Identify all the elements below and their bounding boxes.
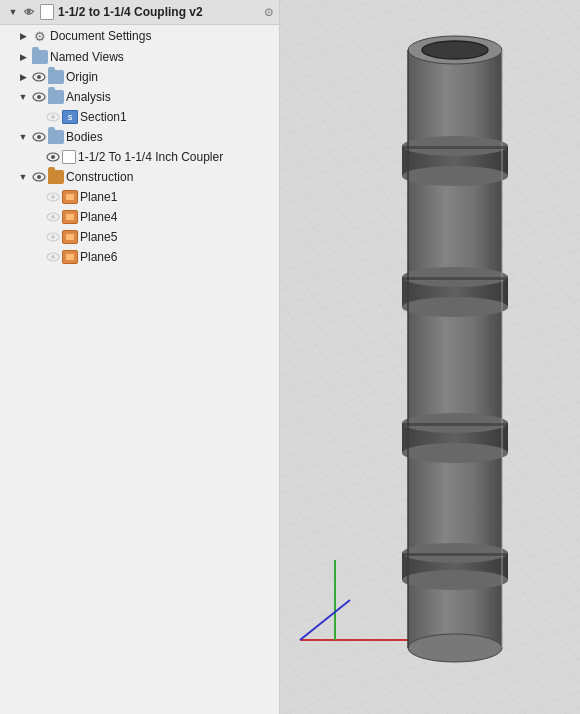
origin-label: Origin: [66, 70, 98, 84]
origin-folder-icon: [48, 70, 64, 84]
svg-rect-25: [408, 50, 502, 150]
expand-named-views[interactable]: ▶: [16, 50, 30, 64]
eye-icon-analysis[interactable]: [32, 92, 46, 102]
root-label: 1-1/2 to 1-1/4 Coupling v2: [58, 5, 203, 19]
eye-icon-plane5[interactable]: [46, 232, 60, 242]
eye-icon-construction[interactable]: [32, 172, 46, 182]
svg-rect-49: [402, 423, 508, 426]
eye-icon-section1[interactable]: [46, 112, 60, 122]
root-expand-btn[interactable]: ▼: [6, 5, 20, 19]
named-views-folder-icon: [32, 50, 48, 64]
eye-icon-body1[interactable]: [46, 152, 60, 162]
eye-icon-bodies[interactable]: [32, 132, 46, 142]
tree-item-plane5[interactable]: ▶ Plane5: [0, 227, 279, 247]
eye-icon-plane4[interactable]: [46, 212, 60, 222]
plane1-label: Plane1: [80, 190, 117, 204]
expand-construction[interactable]: ▼: [16, 170, 30, 184]
expand-bodies[interactable]: ▼: [16, 130, 30, 144]
expand-analysis[interactable]: ▼: [16, 90, 30, 104]
svg-point-41: [402, 443, 508, 463]
construction-folder-icon: [48, 170, 64, 184]
root-doc-icon: [40, 4, 54, 20]
construction-label: Construction: [66, 170, 133, 184]
bodies-folder-icon: [48, 130, 64, 144]
tree-item-analysis[interactable]: ▼ Analysis: [0, 87, 279, 107]
expand-document-settings[interactable]: ▶: [16, 29, 30, 43]
tree-panel: ▼ 👁 1-1/2 to 1-1/4 Coupling v2 ⊙ ▶ ⚙ Doc…: [0, 0, 280, 714]
gear-icon: ⚙: [32, 28, 48, 44]
tree-item-plane4[interactable]: ▶ Plane4: [0, 207, 279, 227]
analysis-folder-icon: [48, 90, 64, 104]
tree-item-section1[interactable]: ▶ S Section1: [0, 107, 279, 127]
eye-icon-plane1[interactable]: [46, 192, 60, 202]
svg-point-9: [51, 155, 55, 159]
section1-label: Section1: [80, 110, 127, 124]
expand-origin[interactable]: ▶: [16, 70, 30, 84]
tree-item-plane6[interactable]: ▶ Plane6: [0, 247, 279, 267]
pin-icon[interactable]: ⊙: [264, 6, 273, 19]
svg-rect-47: [402, 146, 508, 149]
svg-point-1: [37, 75, 41, 79]
plane4-label: Plane4: [80, 210, 117, 224]
plane5-icon: [62, 230, 78, 244]
plane5-label: Plane5: [80, 230, 117, 244]
plane6-label: Plane6: [80, 250, 117, 264]
svg-point-19: [51, 255, 55, 259]
plane4-icon: [62, 210, 78, 224]
tree-root-header[interactable]: ▼ 👁 1-1/2 to 1-1/4 Coupling v2 ⊙: [0, 0, 279, 25]
plane6-icon: [62, 250, 78, 264]
svg-point-17: [51, 235, 55, 239]
body1-label: 1-1/2 To 1-1/4 Inch Coupler: [78, 150, 223, 164]
body1-icon: [62, 150, 76, 164]
document-settings-label: Document Settings: [50, 29, 151, 43]
tree-item-bodies[interactable]: ▼ Bodies: [0, 127, 279, 147]
viewport[interactable]: [280, 0, 580, 714]
plane1-icon: [62, 190, 78, 204]
svg-rect-26: [408, 175, 502, 280]
svg-point-35: [422, 41, 488, 59]
svg-rect-50: [402, 553, 508, 556]
svg-point-43: [402, 570, 508, 590]
svg-point-15: [51, 215, 55, 219]
svg-point-39: [402, 297, 508, 317]
bodies-label: Bodies: [66, 130, 103, 144]
named-views-label: Named Views: [50, 50, 124, 64]
tree-item-origin[interactable]: ▶ Origin: [0, 67, 279, 87]
eye-icon-plane6[interactable]: [46, 252, 60, 262]
svg-rect-27: [408, 305, 502, 425]
tree-item-plane1[interactable]: ▶ Plane1: [0, 187, 279, 207]
tree-item-named-views[interactable]: ▶ Named Views: [0, 47, 279, 67]
3d-model: [340, 20, 570, 680]
eye-icon-root: 👁: [24, 7, 34, 18]
section1-icon: S: [62, 110, 78, 124]
svg-point-11: [37, 175, 41, 179]
analysis-label: Analysis: [66, 90, 111, 104]
svg-point-5: [51, 115, 55, 119]
svg-point-3: [37, 95, 41, 99]
svg-point-44: [408, 634, 502, 662]
tree-item-construction[interactable]: ▼ Construction: [0, 167, 279, 187]
tree-item-document-settings[interactable]: ▶ ⚙ Document Settings: [0, 25, 279, 47]
tree-item-body1[interactable]: ▶ 1-1/2 To 1-1/4 Inch Coupler: [0, 147, 279, 167]
svg-rect-28: [408, 450, 502, 555]
eye-icon-origin[interactable]: [32, 72, 46, 82]
svg-rect-48: [402, 277, 508, 280]
svg-point-7: [37, 135, 41, 139]
svg-point-13: [51, 195, 55, 199]
svg-point-37: [402, 166, 508, 186]
